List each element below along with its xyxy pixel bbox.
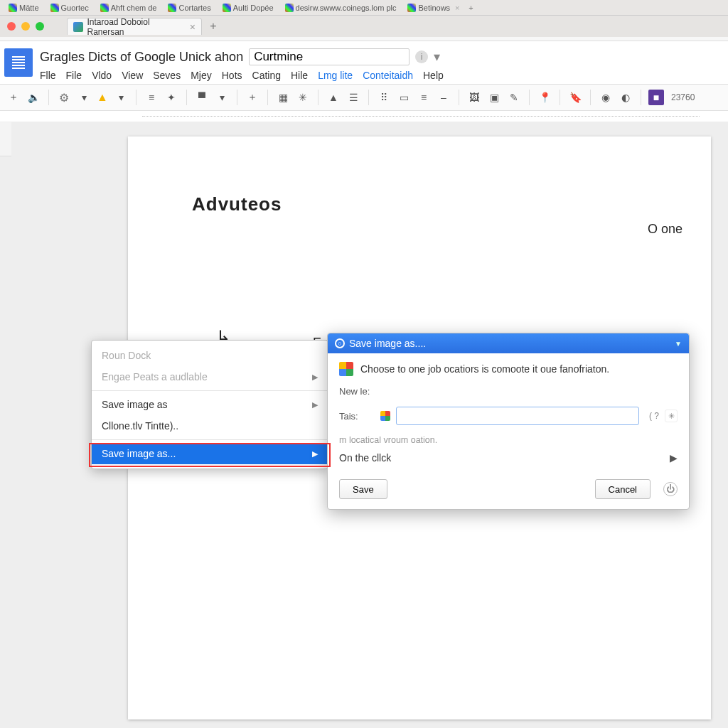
os-tab-label: Cortartes bbox=[178, 4, 210, 12]
context-menu-separator bbox=[92, 439, 328, 440]
favicon-icon bbox=[407, 4, 416, 12]
menu-cating[interactable]: Cating bbox=[252, 70, 281, 81]
context-menu-item-save-image-as[interactable]: Save image as... ▶ bbox=[92, 443, 328, 464]
toolbar-add-icon[interactable]: ＋ bbox=[6, 90, 21, 105]
window-minimize-button[interactable] bbox=[21, 22, 30, 31]
os-tab[interactable]: Mätte bbox=[3, 4, 45, 12]
new-tab-button[interactable]: + bbox=[205, 18, 222, 35]
menu-help[interactable]: Help bbox=[423, 70, 444, 81]
docs-toolbar: ＋ 🔈 ⚙ ▾ ▾ ≡ ✦ ▀ ▾ ＋ ▦ ✳ ▲ ☰ ⠿ ▭ ≡ – 🖼 ▣ … bbox=[0, 84, 728, 111]
os-tab-label: Ahft chem de bbox=[111, 4, 157, 12]
toolbar-image-icon[interactable]: 🖼 bbox=[466, 90, 482, 105]
doc-title-input[interactable] bbox=[249, 48, 410, 65]
dialog-click-row-text: On the cllck bbox=[339, 452, 391, 464]
toolbar-style-icon[interactable]: ▀ bbox=[194, 90, 210, 105]
toolbar-lines-icon[interactable]: ☰ bbox=[346, 90, 361, 105]
menu-mjey[interactable]: Mjey bbox=[191, 70, 212, 81]
menu-vldo[interactable]: Vldo bbox=[92, 70, 112, 81]
google-logo-icon bbox=[339, 362, 353, 376]
os-new-tab[interactable]: + bbox=[466, 2, 477, 14]
window-close-button[interactable] bbox=[7, 22, 16, 31]
favicon-icon bbox=[168, 4, 176, 12]
browser-tab-label: Intaroad Doboiol Ranersan bbox=[87, 17, 186, 37]
toolbar-sparkle-icon[interactable]: ✳ bbox=[295, 90, 311, 105]
os-tab[interactable]: Betinows× bbox=[402, 4, 465, 12]
browser-tab-active[interactable]: Intaroad Doboiol Ranersan × bbox=[67, 18, 202, 35]
save-button[interactable]: Save bbox=[339, 479, 387, 499]
window-titlebar: Intaroad Doboiol Ranersan × + bbox=[0, 16, 728, 37]
menu-conteitaidh[interactable]: Conteitaidh bbox=[363, 70, 413, 81]
toolbar-separator bbox=[267, 90, 268, 105]
dialog-hint-text: m locatical vroum oation. bbox=[339, 435, 678, 445]
menu-hile[interactable]: Hile bbox=[291, 70, 308, 81]
page-text-fragment: O one bbox=[648, 222, 682, 237]
dialog-title-dropdown-icon[interactable]: ▼ bbox=[675, 340, 682, 348]
window-zoom-button[interactable] bbox=[36, 22, 44, 31]
power-icon[interactable]: ⏻ bbox=[663, 482, 678, 496]
os-tab[interactable]: desirw.swww.coinegs.lom plc bbox=[279, 4, 402, 12]
submenu-arrow-icon: ▶ bbox=[312, 373, 318, 382]
toolbar-dropdown-icon[interactable]: ▾ bbox=[76, 90, 92, 105]
toolbar-dropdown-icon[interactable]: ▾ bbox=[214, 90, 230, 105]
toolbar-pin-icon[interactable]: 📍 bbox=[537, 90, 552, 105]
tag-color-icon bbox=[380, 411, 390, 421]
toolbar-dropdown-icon[interactable]: ▾ bbox=[113, 90, 129, 105]
workspace: Advuteos O one Emonelai ↳ 81 . Roun Dock… bbox=[0, 122, 728, 728]
tab-close-icon[interactable]: × bbox=[190, 21, 196, 33]
toolbar-lines2-icon[interactable]: ≡ bbox=[416, 90, 432, 105]
cancel-button[interactable]: Cancel bbox=[595, 479, 651, 499]
menu-seves[interactable]: Seves bbox=[153, 70, 181, 81]
favicon-icon bbox=[100, 4, 109, 12]
toolbar-globe-icon[interactable]: ◐ bbox=[618, 90, 633, 105]
toolbar-star-icon[interactable]: ✦ bbox=[164, 90, 179, 105]
context-menu-label: Save image as... bbox=[102, 448, 176, 459]
status-circle-icon: ○ bbox=[335, 338, 345, 348]
save-image-dialog: ○ Save image as.... ▼ Choose to one job … bbox=[327, 333, 690, 510]
favicon-icon bbox=[223, 4, 231, 12]
info-icon[interactable]: i bbox=[415, 50, 428, 63]
docs-logo-icon[interactable] bbox=[4, 48, 33, 77]
menu-file[interactable]: Flle bbox=[40, 70, 56, 81]
toolbar-hat-icon[interactable]: ▲ bbox=[326, 90, 341, 105]
toolbar-dotgrid-icon[interactable]: ⠿ bbox=[376, 90, 392, 105]
toolbar-card-icon[interactable]: ▭ bbox=[396, 90, 412, 105]
toolbar-separator bbox=[529, 90, 530, 105]
menu-file2[interactable]: File bbox=[66, 70, 82, 81]
toolbar-grid-icon[interactable]: ▦ bbox=[275, 90, 291, 105]
toolbar-dash-icon[interactable]: – bbox=[436, 90, 451, 105]
toolbar-warning-icon[interactable] bbox=[96, 91, 109, 104]
toolbar-separator bbox=[368, 90, 369, 105]
chevron-right-icon[interactable]: ▶ bbox=[670, 452, 678, 464]
context-menu-label: Engae Peats a audlable bbox=[102, 371, 208, 382]
toolbar-badge-icon[interactable]: ■ bbox=[648, 90, 664, 105]
help-icon[interactable]: ✳ bbox=[665, 410, 678, 422]
toolbar-tag-icon[interactable]: 🔖 bbox=[567, 90, 583, 105]
context-menu-label: Save image as bbox=[102, 399, 168, 410]
title-dropdown-icon[interactable]: ▾ bbox=[434, 49, 440, 65]
toolbar-box-icon[interactable]: ▣ bbox=[486, 90, 502, 105]
os-tab[interactable]: Ahft chem de bbox=[95, 4, 163, 12]
context-menu-item-save-image[interactable]: Save image as ▶ bbox=[92, 394, 328, 415]
submenu-arrow-icon: ▶ bbox=[312, 400, 318, 410]
menu-view[interactable]: View bbox=[122, 70, 143, 81]
toolbar-gear-icon[interactable]: ⚙ bbox=[56, 90, 72, 105]
context-menu-item-clone[interactable]: Cllone.tlv Tintte).. bbox=[92, 415, 328, 437]
toolbar-plus-icon[interactable]: ＋ bbox=[245, 90, 260, 105]
toolbar-eye-icon[interactable]: ◉ bbox=[598, 90, 614, 105]
docs-app: Gragles Dicts of Google Unick ahon i ▾ F… bbox=[0, 41, 728, 728]
os-tab[interactable]: Guortec bbox=[45, 4, 95, 12]
ruler bbox=[0, 111, 728, 122]
filename-input[interactable] bbox=[396, 407, 639, 425]
menu-lmglite[interactable]: Lmg lite bbox=[318, 70, 353, 81]
toolbar-sound-icon[interactable]: 🔈 bbox=[26, 90, 41, 105]
dialog-titlebar[interactable]: ○ Save image as.... ▼ bbox=[328, 333, 689, 353]
menu-bar: Flle File Vldo View Seves Mjey Hots Cati… bbox=[40, 70, 721, 84]
toolbar-align-icon[interactable]: ≡ bbox=[144, 90, 159, 105]
dialog-lead-text: Choose to one job ocatiors is comoote it… bbox=[360, 363, 609, 375]
toolbar-pen-icon[interactable]: ✎ bbox=[506, 90, 522, 105]
favicon-icon bbox=[285, 4, 294, 12]
os-tab[interactable]: Aulti Dopée bbox=[217, 4, 279, 12]
os-tab-close[interactable]: × bbox=[455, 4, 459, 12]
menu-hots[interactable]: Hots bbox=[222, 70, 242, 81]
os-tab[interactable]: Cortartes bbox=[162, 4, 216, 12]
